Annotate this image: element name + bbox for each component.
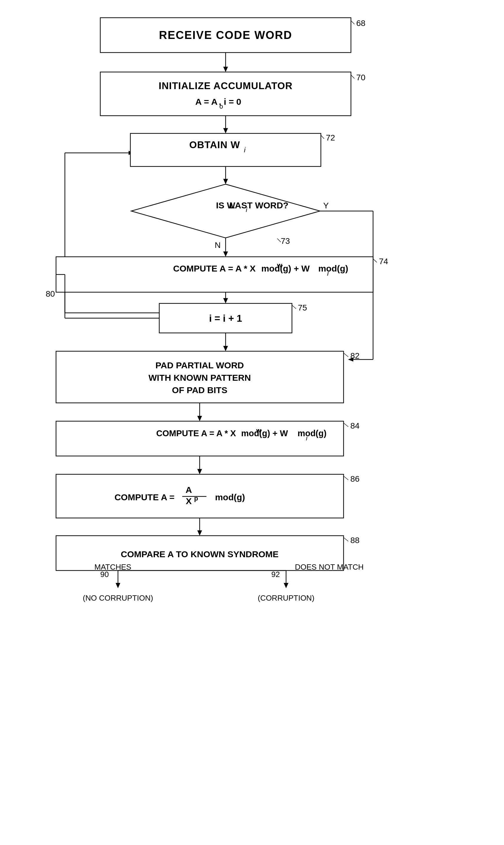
svg-text:72: 72 — [326, 133, 335, 142]
svg-text:(CORRUPTION): (CORRUPTION) — [258, 593, 314, 602]
svg-text:73: 73 — [281, 237, 290, 245]
svg-text:82: 82 — [350, 351, 360, 360]
svg-text:88: 88 — [350, 536, 360, 545]
svg-text:Y: Y — [323, 201, 329, 210]
svg-text:mod(g) + W: mod(g) + W — [241, 429, 288, 438]
svg-rect-164 — [56, 421, 344, 456]
svg-text:COMPUTE A =: COMPUTE A = — [114, 492, 175, 502]
svg-text:A = A: A = A — [195, 97, 217, 106]
svg-text:RECEIVE CODE WORD: RECEIVE CODE WORD — [159, 29, 292, 41]
svg-text:OBTAIN W: OBTAIN W — [189, 139, 240, 150]
svg-text:COMPARE A TO KNOWN SYNDROME: COMPARE A TO KNOWN SYNDROME — [121, 549, 278, 559]
svg-text:mod(g): mod(g) — [215, 492, 245, 502]
svg-text:84: 84 — [350, 421, 360, 430]
svg-text:X: X — [186, 496, 192, 506]
svg-rect-137 — [56, 257, 373, 292]
svg-text:,  i = 0: , i = 0 — [219, 97, 241, 106]
svg-text:MATCHES: MATCHES — [94, 563, 131, 571]
svg-text:mod(g): mod(g) — [318, 263, 348, 273]
svg-text:DOES NOT MATCH: DOES NOT MATCH — [295, 563, 364, 571]
svg-text:74: 74 — [379, 257, 388, 266]
main-flowchart: RECEIVE CODE WORD 68 INITIALIZE ACCUMULA… — [0, 0, 504, 845]
svg-text:N: N — [215, 241, 221, 250]
svg-text:p: p — [194, 495, 198, 502]
svg-text:mod(g) + W: mod(g) + W — [261, 263, 310, 273]
svg-text:(NO CORRUPTION): (NO CORRUPTION) — [83, 593, 153, 602]
svg-text:68: 68 — [356, 19, 365, 28]
svg-text:i: i — [244, 146, 246, 154]
svg-text:70: 70 — [356, 73, 365, 82]
svg-text:mod(g): mod(g) — [298, 429, 326, 438]
svg-text:OF PAD BITS: OF PAD BITS — [172, 385, 227, 395]
svg-text:A: A — [185, 485, 192, 495]
svg-text:INITIALIZE ACCUMULATOR: INITIALIZE ACCUMULATOR — [159, 80, 292, 91]
svg-text:90: 90 — [100, 570, 109, 579]
svg-text:92: 92 — [271, 570, 280, 579]
svg-rect-102 — [100, 72, 351, 116]
svg-text:PAD PARTIAL WORD: PAD PARTIAL WORD — [156, 360, 244, 370]
svg-text:WITH KNOWN PATTERN: WITH KNOWN PATTERN — [148, 373, 251, 382]
svg-text:COMPUTE A = A * X: COMPUTE A = A * X — [156, 429, 236, 438]
svg-text:i = i + 1: i = i + 1 — [209, 313, 242, 324]
svg-text:86: 86 — [350, 474, 360, 483]
svg-text:80: 80 — [46, 289, 55, 298]
svg-text:COMPUTE A = A * X: COMPUTE A = A * X — [173, 263, 256, 273]
svg-text:LAST WORD?: LAST WORD? — [230, 201, 288, 210]
svg-text:75: 75 — [298, 303, 307, 312]
